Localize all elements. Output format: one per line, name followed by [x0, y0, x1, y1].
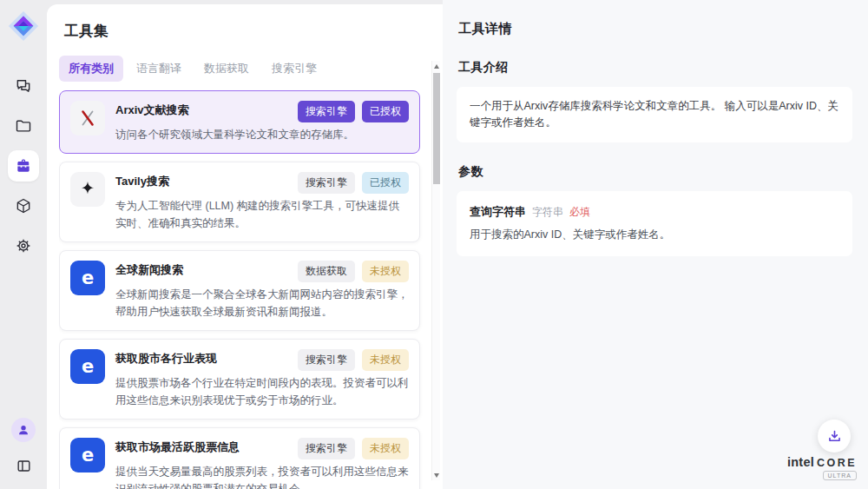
core-brand-text: CORE — [817, 457, 857, 469]
cube-icon — [15, 197, 32, 215]
param-name: 查询字符串 — [470, 204, 526, 220]
tab-search-engine[interactable]: 搜索引擎 — [262, 56, 326, 82]
news-e-logo-icon: e — [70, 349, 105, 384]
param-description: 用于搜索的Arxiv ID、关键字或作者姓名。 — [470, 228, 839, 242]
category-badge: 数据获取 — [298, 261, 355, 282]
tab-data-fetch[interactable]: 数据获取 — [194, 56, 259, 82]
tool-description: 访问各个研究领域大量科学论文和文章的存储库。 — [115, 126, 409, 143]
sidebar-nav — [8, 70, 39, 261]
tool-card-global-news[interactable]: e 全球新闻搜索 数据获取 未授权 全球新闻搜索是一个聚合全球各大新闻网站内容的… — [59, 250, 420, 331]
scrollbar-up-arrow[interactable] — [432, 61, 441, 71]
tool-description: 提供当天交易量最高的股票列表，投资者可以利用这些信息来识别流动性强的股票和潜在的… — [115, 463, 409, 489]
sidebar-item-models[interactable] — [8, 190, 39, 221]
user-avatar[interactable] — [11, 418, 36, 442]
scrollbar-down-arrow[interactable] — [432, 470, 441, 480]
auth-status-badge: 已授权 — [362, 101, 409, 122]
category-badge: 搜索引擎 — [298, 349, 355, 371]
tool-card-tavily[interactable]: Tavily搜索 搜索引擎 已授权 专为人工智能代理 (LLM) 构建的搜索引擎… — [59, 162, 420, 242]
scrollbar-thumb[interactable] — [433, 73, 440, 184]
category-badge: 搜索引擎 — [298, 438, 355, 459]
app-logo-icon — [7, 10, 40, 43]
intel-core-logo: intel CORE ultra — [787, 455, 857, 480]
category-tabs: 所有类别 语言翻译 数据获取 搜索引擎 — [59, 56, 443, 82]
tool-details-panel: 工具详情 工具介绍 一个用于从Arxiv存储库搜索科学论文和文章的工具。 输入可… — [443, 0, 868, 489]
tool-title: 全球新闻搜索 — [115, 261, 183, 278]
folder-icon — [15, 117, 32, 135]
collapse-panel-button[interactable] — [10, 453, 36, 479]
intro-heading: 工具介绍 — [458, 60, 852, 76]
person-icon — [16, 423, 30, 437]
intel-ultra-badge: ultra — [823, 471, 857, 480]
list-scrollbar[interactable] — [431, 61, 440, 480]
tool-intro-text: 一个用于从Arxiv存储库搜索科学论文和文章的工具。 输入可以是Arxiv ID… — [457, 87, 852, 142]
auth-status-badge: 已授权 — [362, 172, 409, 194]
tab-all-categories[interactable]: 所有类别 — [59, 56, 123, 82]
tool-card-sector-performance[interactable]: e 获取股市各行业表现 搜索引擎 未授权 提供股票市场各个行业在特定时间段内的表… — [59, 339, 420, 420]
toolbox-icon — [15, 157, 32, 175]
tool-title: Tavily搜索 — [115, 172, 169, 189]
param-type: 字符串 — [532, 205, 563, 220]
chat-icon — [15, 77, 32, 95]
gear-icon — [15, 237, 32, 254]
tool-description: 提供股票市场各个行业在特定时间段内的表现。投资者可以利用这些信息来识别表现优于或… — [115, 374, 409, 409]
app-sidebar — [0, 0, 47, 489]
intel-brand-text: intel — [787, 455, 814, 469]
news-e-logo-icon: e — [70, 438, 105, 472]
auth-status-badge: 未授权 — [362, 349, 409, 371]
tool-description: 专为人工智能代理 (LLM) 构建的搜索引擎工具，可快速提供实时、准确和真实的结… — [115, 197, 409, 232]
tool-card-active-stocks[interactable]: e 获取市场最活跃股票信息 搜索引擎 未授权 提供当天交易量最高的股票列表，投资… — [59, 427, 420, 489]
tool-list-panel: 工具集 所有类别 语言翻译 数据获取 搜索引擎 Arxiv文献搜索 搜索引擎 已… — [47, 4, 443, 489]
parameter-item: 查询字符串 字符串 必填 用于搜索的Arxiv ID、关键字或作者姓名。 — [457, 191, 852, 256]
page-title: 工具集 — [64, 22, 443, 41]
auth-status-badge: 未授权 — [362, 438, 409, 459]
arxiv-logo-icon — [70, 101, 105, 135]
sidebar-item-files[interactable] — [8, 110, 39, 142]
download-icon — [826, 428, 843, 445]
sidebar-item-settings[interactable] — [8, 230, 39, 261]
sidebar-item-chat[interactable] — [8, 70, 39, 102]
tool-title: 获取股市各行业表现 — [115, 349, 217, 367]
auth-status-badge: 未授权 — [362, 261, 409, 282]
sidebar-item-toolbox[interactable] — [8, 150, 39, 182]
params-heading: 参数 — [458, 164, 852, 180]
news-e-logo-icon: e — [70, 261, 105, 295]
sidebar-bottom — [10, 418, 36, 479]
details-title: 工具详情 — [458, 21, 852, 37]
category-badge: 搜索引擎 — [298, 172, 355, 194]
category-badge: 搜索引擎 — [298, 101, 355, 122]
download-button[interactable] — [818, 420, 851, 453]
tavily-star-icon — [70, 172, 105, 207]
tool-card-arxiv[interactable]: Arxiv文献搜索 搜索引擎 已授权 访问各个研究领域大量科学论文和文章的存储库… — [59, 90, 420, 154]
param-required-flag: 必填 — [569, 205, 590, 220]
tool-description: 全球新闻搜索是一个聚合全球各大新闻网站内容的搜索引擎，帮助用户快速获取全球最新资… — [115, 286, 409, 320]
tab-translation[interactable]: 语言翻译 — [127, 56, 191, 82]
panel-layout-icon — [16, 458, 32, 474]
tool-title: Arxiv文献搜索 — [115, 101, 189, 118]
tool-title: 获取市场最活跃股票信息 — [115, 438, 240, 455]
tool-card-list: Arxiv文献搜索 搜索引擎 已授权 访问各个研究领域大量科学论文和文章的存储库… — [59, 90, 443, 489]
